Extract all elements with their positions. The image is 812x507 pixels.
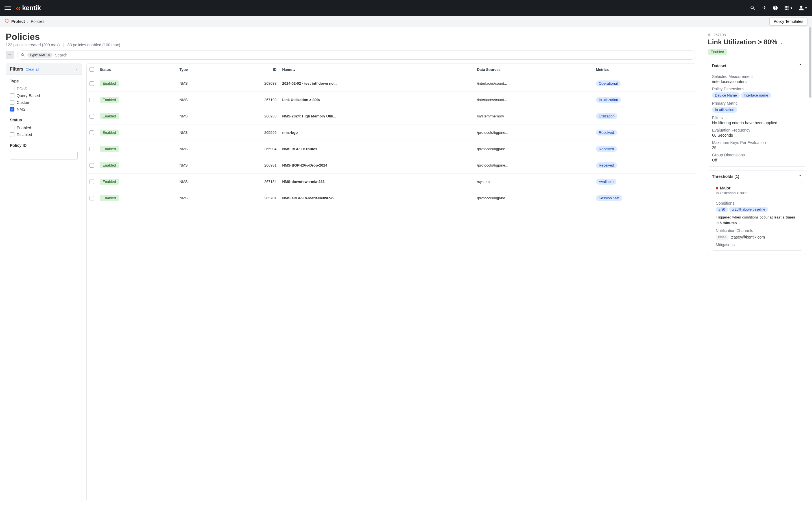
help-icon[interactable] bbox=[772, 5, 778, 11]
col-type[interactable]: Type bbox=[177, 64, 222, 75]
condition-pill: ≥ 20% above baseline bbox=[729, 207, 768, 212]
metric-pill: Utilization bbox=[596, 113, 618, 119]
row-checkbox[interactable] bbox=[90, 179, 94, 184]
row-checkbox[interactable] bbox=[90, 81, 94, 86]
threshold-subtitle: In Utilization > 80% bbox=[716, 191, 799, 198]
checkbox[interactable] bbox=[10, 87, 14, 91]
search-icon[interactable] bbox=[750, 5, 756, 11]
row-data-source: /protocols/bgp/ne... bbox=[474, 157, 593, 174]
breadcrumb: Protect › Policies bbox=[4, 19, 44, 24]
table-row[interactable]: Enabled NMS 265904 NMS-BGP-1k-routes /pr… bbox=[87, 141, 696, 157]
mitigations-label: Mitigations bbox=[716, 242, 799, 247]
row-checkbox[interactable] bbox=[90, 196, 94, 201]
row-id: 267134 bbox=[222, 174, 279, 190]
eval-freq-value: 60 Seconds bbox=[712, 133, 802, 137]
table-row[interactable]: Enabled NMS 265701 NMS-eBGP-To-Merit-Net… bbox=[87, 190, 696, 206]
table-row[interactable]: Enabled NMS 265596 nms-bgp /protocols/bg… bbox=[87, 124, 696, 141]
filter-check-disabled[interactable]: Disabled bbox=[10, 131, 78, 138]
row-data-source: /system bbox=[474, 174, 593, 190]
filter-group-status: Status bbox=[10, 118, 78, 122]
group-dims-label: Group Dimensions bbox=[712, 153, 802, 157]
row-checkbox[interactable] bbox=[90, 130, 94, 135]
breadcrumb-root[interactable]: Protect bbox=[11, 19, 25, 24]
row-checkbox[interactable] bbox=[90, 98, 94, 102]
filter-group-policy-id: Policy ID bbox=[10, 143, 78, 148]
policy-id-input[interactable] bbox=[10, 151, 78, 160]
status-badge: Enabled bbox=[100, 162, 119, 168]
filters-label: Filters bbox=[712, 115, 802, 120]
user-icon[interactable]: ▼ bbox=[799, 5, 808, 11]
checkbox[interactable] bbox=[10, 132, 14, 137]
row-type: NMS bbox=[177, 141, 222, 157]
checkbox[interactable] bbox=[10, 94, 14, 98]
row-id: 266931 bbox=[222, 157, 279, 174]
policy-templates-button[interactable]: Policy Templates bbox=[769, 17, 808, 26]
selected-measurement-label: Selected Measurement bbox=[712, 74, 802, 79]
logo-mark: ‹‹ bbox=[16, 4, 20, 12]
metric-pill: Session Stat bbox=[596, 195, 622, 201]
row-checkbox[interactable] bbox=[90, 114, 94, 119]
search-filter-tag[interactable]: Type: NMS ✕ bbox=[27, 53, 53, 58]
table-row[interactable]: Enabled NMS 268038 2024-02-02 - test int… bbox=[87, 75, 696, 92]
notif-type-chip: email bbox=[716, 235, 729, 240]
row-data-source: /protocols/bgp/ne... bbox=[474, 190, 593, 206]
status-badge: Enabled bbox=[100, 129, 119, 135]
filter-check-query-based[interactable]: Query-Based bbox=[10, 92, 78, 99]
col-id[interactable]: ID bbox=[222, 64, 279, 75]
megaphone-icon[interactable] bbox=[761, 5, 767, 11]
row-name[interactable]: NMS-BGP-20%-Drop-2024 bbox=[279, 157, 474, 174]
topbar: ‹‹ kentik ▼ ▼ bbox=[0, 0, 812, 16]
threshold-card: Major In Utilization > 80% Conditions ≥ … bbox=[712, 182, 802, 251]
chevron-up-icon: ⌃ bbox=[799, 63, 802, 68]
conditions-label: Conditions bbox=[716, 201, 799, 206]
row-name[interactable]: 2024-02-02 - test intf down no... bbox=[279, 75, 474, 92]
filter-check-ddos[interactable]: DDoS bbox=[10, 86, 78, 92]
checkbox[interactable] bbox=[10, 126, 14, 130]
filter-check-nms[interactable]: NMS bbox=[10, 106, 78, 113]
row-name[interactable]: Link Utilization > 80% bbox=[279, 92, 474, 108]
brand-logo[interactable]: ‹‹ kentik bbox=[16, 4, 41, 12]
dataset-header[interactable]: Dataset ⌃ bbox=[708, 60, 806, 71]
clear-all-link[interactable]: Clear all bbox=[26, 67, 39, 71]
close-icon[interactable]: ✕ bbox=[47, 53, 50, 57]
metric-pill: Available bbox=[596, 179, 617, 185]
col-metrics[interactable]: Metrics bbox=[593, 64, 696, 75]
row-name[interactable]: nms-bgp bbox=[279, 124, 474, 141]
menu-icon[interactable] bbox=[4, 4, 11, 11]
checkbox[interactable] bbox=[10, 100, 14, 105]
selected-measurement-value: /interfaces/counters bbox=[712, 79, 802, 84]
row-name[interactable]: NMS-2024: High Memory Utili... bbox=[279, 108, 474, 124]
row-name[interactable]: NMS-eBGP-To-Merit-Netwrok-... bbox=[279, 190, 474, 206]
breadcrumb-current: Policies bbox=[31, 19, 44, 24]
filter-check-custom[interactable]: Custom bbox=[10, 99, 78, 106]
select-all-checkbox[interactable] bbox=[90, 67, 94, 72]
search-input[interactable] bbox=[55, 53, 693, 57]
policies-created-count: 122 policies created (200 max) bbox=[6, 43, 60, 47]
table-row[interactable]: Enabled NMS 266931 NMS-BGP-20%-Drop-2024… bbox=[87, 157, 696, 174]
table-row[interactable]: Enabled NMS 267198 Link Utilization > 80… bbox=[87, 92, 696, 108]
scrollbar-thumb[interactable] bbox=[809, 27, 811, 98]
detail-panel: ID: 267198 Link Utilization > 80% ⋮ Enab… bbox=[702, 27, 812, 507]
more-icon[interactable]: ⋮ bbox=[779, 40, 784, 44]
row-checkbox[interactable] bbox=[90, 147, 94, 151]
primary-metric-value: In utilization bbox=[712, 107, 737, 113]
search-box[interactable]: Type: NMS ✕ bbox=[17, 51, 696, 60]
col-name[interactable]: Name▲ bbox=[279, 64, 474, 75]
row-checkbox[interactable] bbox=[90, 163, 94, 168]
thresholds-header[interactable]: Thresholds (1) ⌃ bbox=[708, 171, 806, 182]
eval-freq-label: Evaluation Frequency bbox=[712, 128, 802, 132]
apps-icon[interactable]: ▼ bbox=[784, 5, 793, 11]
filters-title: Filters bbox=[10, 67, 23, 72]
table-row[interactable]: Enabled NMS 266938 NMS-2024: High Memory… bbox=[87, 108, 696, 124]
table-row[interactable]: Enabled NMS 267134 NMS-downtown-mia-233 … bbox=[87, 174, 696, 190]
col-data-sources[interactable]: Data Sources bbox=[474, 64, 593, 75]
filter-check-enabled[interactable]: Enabled bbox=[10, 124, 78, 131]
col-status[interactable]: Status bbox=[97, 64, 177, 75]
collapse-icon[interactable]: ‹ bbox=[76, 67, 78, 71]
filter-toggle-button[interactable] bbox=[6, 51, 14, 59]
dimension-tag: Device Name bbox=[712, 92, 740, 98]
row-id: 267198 bbox=[222, 92, 279, 108]
checkbox[interactable] bbox=[10, 107, 14, 112]
row-name[interactable]: NMS-downtown-mia-233 bbox=[279, 174, 474, 190]
row-name[interactable]: NMS-BGP-1k-routes bbox=[279, 141, 474, 157]
